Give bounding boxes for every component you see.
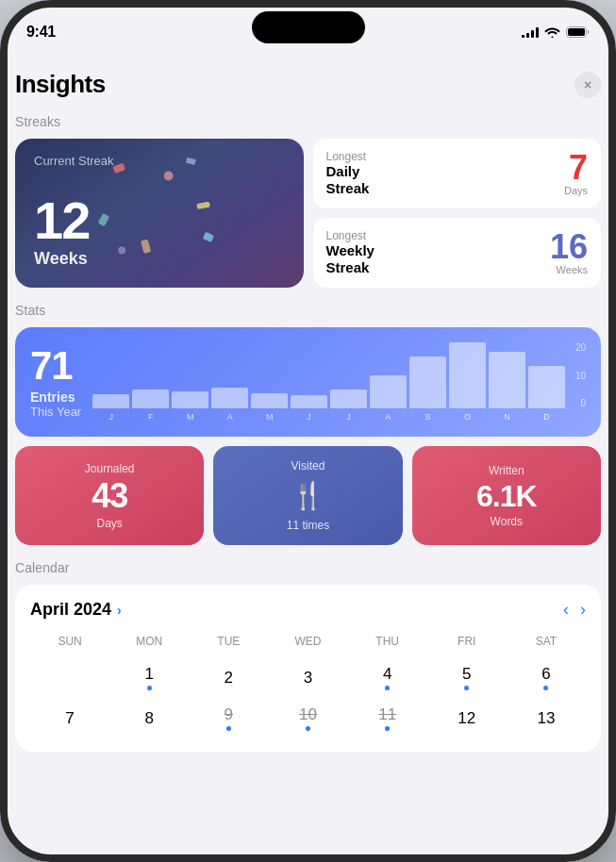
entries-left: 71 Entries This Year bbox=[30, 342, 81, 422]
calendar-day[interactable]: 10 bbox=[268, 700, 347, 737]
streak-right-col: Longest DailyStreak 7 Days Longest bbox=[313, 139, 602, 288]
restaurant-icon: 🍴 bbox=[291, 480, 325, 511]
status-time: 9:41 bbox=[26, 24, 56, 41]
entries-sublabel: This Year bbox=[30, 405, 81, 419]
calendar-day[interactable]: 5 bbox=[427, 659, 507, 696]
chart-bar bbox=[409, 356, 446, 408]
calendar-day[interactable]: 7 bbox=[30, 700, 109, 737]
calendar-day[interactable]: 11 bbox=[348, 700, 427, 737]
chart-y-label-0: 0 bbox=[575, 398, 586, 408]
current-streak-card: Current Streak 12 Weeks bbox=[15, 139, 304, 288]
weekday-mon: MON bbox=[109, 631, 189, 652]
longest-weekly-title: Longest bbox=[326, 229, 375, 242]
calendar-label: Calendar bbox=[15, 560, 601, 575]
svg-rect-9 bbox=[141, 240, 151, 254]
content-scroll[interactable]: Insights × Streaks bbox=[0, 51, 616, 862]
weekday-wed: WED bbox=[268, 631, 347, 652]
chart-bar bbox=[528, 366, 565, 408]
calendar-month: April 2024 bbox=[30, 600, 111, 620]
calendar-section: Calendar April 2024 › ‹ › bbox=[15, 560, 601, 752]
longest-weekly-card: Longest WeeklyStreak 16 Weeks bbox=[313, 218, 602, 288]
chart-bars bbox=[92, 342, 586, 408]
calendar-day[interactable]: 12 bbox=[427, 700, 507, 737]
dynamic-island bbox=[252, 11, 365, 43]
mini-stats-grid: Journaled 43 Days Visited 🍴 11 times Wri… bbox=[15, 446, 601, 545]
visited-subtitle: 11 times bbox=[287, 519, 329, 532]
longest-daily-card: Longest DailyStreak 7 Days bbox=[313, 139, 602, 208]
calendar-day[interactable]: 9 bbox=[189, 700, 268, 737]
calendar-day[interactable]: 6 bbox=[507, 659, 586, 696]
calendar-header: April 2024 › ‹ › bbox=[30, 600, 586, 620]
chart-bar bbox=[330, 390, 367, 408]
screen: Insights × Streaks bbox=[0, 51, 616, 862]
streaks-grid: Current Streak 12 Weeks Longest DailyStr… bbox=[15, 139, 601, 288]
chart-bar bbox=[211, 388, 248, 408]
calendar-day[interactable]: 8 bbox=[109, 700, 189, 737]
stats-section: Stats 71 Entries This Year 20 10 0 bbox=[15, 303, 601, 545]
status-bar: 9:41 bbox=[0, 0, 616, 51]
longest-weekly-subtitle: WeeklyStreak bbox=[326, 242, 375, 276]
chart-x-label: F bbox=[132, 412, 169, 422]
chart-x-label: J bbox=[291, 412, 327, 422]
chart-x-label: D bbox=[528, 412, 565, 422]
chart-x-label: J bbox=[330, 412, 367, 422]
chart-y-labels: 20 10 0 bbox=[575, 342, 586, 422]
svg-point-7 bbox=[118, 247, 125, 255]
streaks-label: Streaks bbox=[15, 114, 601, 129]
svg-rect-4 bbox=[98, 213, 110, 226]
chart-bar bbox=[132, 390, 169, 408]
calendar-day[interactable]: 13 bbox=[507, 700, 586, 737]
stats-label: Stats bbox=[15, 303, 601, 318]
day-dot bbox=[226, 726, 231, 731]
chart-bar bbox=[291, 395, 327, 408]
written-number: 6.1K bbox=[476, 481, 537, 511]
visited-label-top: Visited bbox=[291, 459, 325, 472]
signal-icon bbox=[522, 26, 539, 38]
chart-y-label-10: 10 bbox=[575, 371, 586, 381]
chart-bar bbox=[251, 393, 288, 408]
weekday-fri: FRI bbox=[427, 631, 507, 652]
chart-bar bbox=[449, 342, 486, 408]
phone-frame: 9:41 Insights bbox=[0, 0, 616, 862]
journaled-label-top: Journaled bbox=[85, 462, 135, 475]
calendar-day[interactable]: 4 bbox=[348, 659, 427, 696]
calendar-days: 1 2 3 4 5 6 7 8 9 10 11 12 13 bbox=[30, 659, 586, 737]
longest-daily-value: 7 bbox=[569, 148, 588, 187]
weekday-sat: SAT bbox=[507, 631, 586, 652]
calendar-day[interactable] bbox=[30, 659, 109, 696]
day-dot bbox=[385, 686, 390, 690]
close-button[interactable]: × bbox=[574, 72, 601, 98]
weekday-tue: TUE bbox=[189, 631, 268, 652]
calendar-day[interactable]: 2 bbox=[189, 659, 268, 696]
chart-x-label: A bbox=[211, 412, 248, 422]
status-icons bbox=[522, 26, 590, 38]
battery-icon bbox=[566, 26, 590, 38]
calendar-title-row: April 2024 › bbox=[30, 600, 122, 620]
svg-rect-5 bbox=[196, 202, 210, 209]
calendar-forward-chevron[interactable]: › bbox=[117, 603, 122, 618]
journaled-subtitle: Days bbox=[96, 517, 122, 530]
calendar-prev-button[interactable]: ‹ bbox=[563, 600, 569, 620]
day-dot bbox=[147, 686, 152, 690]
chart-x-label: O bbox=[449, 412, 486, 422]
header: Insights × bbox=[15, 66, 601, 99]
chart-x-label: N bbox=[489, 412, 525, 422]
chart-x-label: S bbox=[409, 412, 446, 422]
written-card: Written 6.1K Words bbox=[412, 446, 601, 545]
longest-daily-subtitle: DailyStreak bbox=[326, 163, 370, 197]
weekday-thu: THU bbox=[348, 631, 427, 652]
calendar-nav: ‹ › bbox=[563, 600, 586, 620]
longest-daily-title: Longest bbox=[326, 150, 370, 163]
chart-x-label: A bbox=[370, 412, 407, 422]
calendar-next-button[interactable]: › bbox=[580, 600, 586, 620]
calendar-weekdays: SUN MON TUE WED THU FRI SAT bbox=[30, 631, 586, 652]
calendar-day[interactable]: 1 bbox=[109, 659, 189, 696]
chart-bar bbox=[370, 375, 407, 408]
day-dot bbox=[464, 686, 469, 690]
day-dot bbox=[306, 726, 310, 731]
chart-bar bbox=[489, 352, 525, 408]
calendar-day[interactable]: 3 bbox=[268, 659, 347, 696]
entries-number: 71 bbox=[30, 346, 81, 386]
svg-point-6 bbox=[164, 172, 174, 181]
current-streak-title: Current Streak bbox=[34, 154, 114, 168]
